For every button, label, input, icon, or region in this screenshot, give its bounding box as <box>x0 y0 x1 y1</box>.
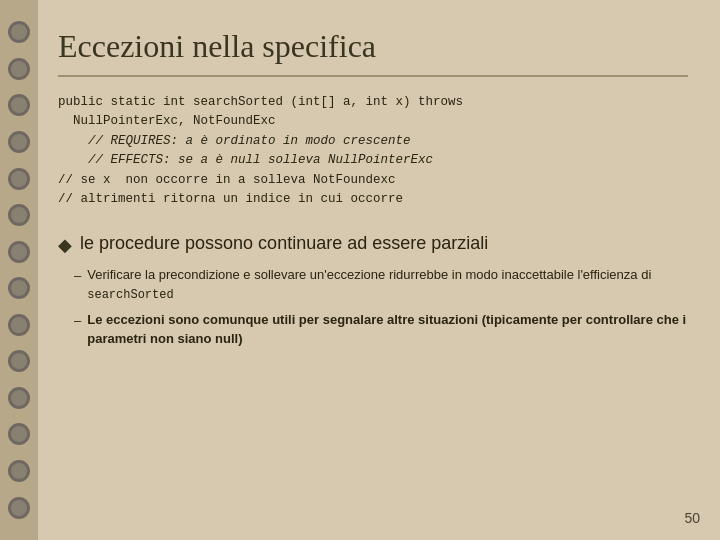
code-line-6: // altrimenti ritorna un indice in cui o… <box>58 192 403 206</box>
spiral-ring <box>8 277 30 299</box>
divider <box>58 75 688 77</box>
sub-bullet-text-2: Le eccezioni sono comunque utili per seg… <box>87 311 688 349</box>
spiral-ring <box>8 58 30 80</box>
sub-bullet-2: – Le eccezioni sono comunque utili per s… <box>74 311 688 349</box>
spiral-ring <box>8 387 30 409</box>
spiral-ring <box>8 131 30 153</box>
code-block: public static int searchSorted (int[] a,… <box>58 93 688 209</box>
spiral-ring <box>8 314 30 336</box>
spiral-ring <box>8 241 30 263</box>
spiral-ring <box>8 168 30 190</box>
sub-bullet-dash-icon-2: – <box>74 312 81 331</box>
code-line-1: public static int searchSorted (int[] a,… <box>58 95 463 109</box>
code-line-3: // REQUIRES: a è ordinato in modo cresce… <box>58 134 411 148</box>
spiral-ring <box>8 94 30 116</box>
spiral-ring <box>8 497 30 519</box>
page-number: 50 <box>684 510 700 526</box>
slide-content: Eccezioni nella specifica public static … <box>38 0 720 540</box>
code-line-4: // EFFECTS: se a è null solleva NullPoin… <box>58 153 433 167</box>
main-bullet: ◆ le procedure possono continuare ad ess… <box>58 233 688 256</box>
sub-bullet-1: – Verificare la precondizione e sollevar… <box>74 266 688 304</box>
code-line-5: // se x non occorre in a solleva NotFoun… <box>58 173 396 187</box>
slide-title: Eccezioni nella specifica <box>58 28 688 65</box>
sub-bullets: – Verificare la precondizione e sollevar… <box>74 266 688 349</box>
sub-bullet-text-1: Verificare la precondizione e sollevare … <box>87 266 688 304</box>
spiral-binding <box>0 0 38 540</box>
bullet-diamond-icon: ◆ <box>58 234 72 256</box>
spiral-ring <box>8 21 30 43</box>
spiral-ring <box>8 423 30 445</box>
sub-bullet-dash-icon: – <box>74 267 81 286</box>
main-bullet-text: le procedure possono continuare ad esser… <box>80 233 488 254</box>
slide-container: Eccezioni nella specifica public static … <box>0 0 720 540</box>
spiral-ring <box>8 460 30 482</box>
code-line-2: NullPointerExc, NotFoundExc <box>58 114 276 128</box>
spiral-ring <box>8 204 30 226</box>
spiral-ring <box>8 350 30 372</box>
code-inline-searchSorted: searchSorted <box>87 288 173 302</box>
bullet-section: ◆ le procedure possono continuare ad ess… <box>58 233 688 356</box>
